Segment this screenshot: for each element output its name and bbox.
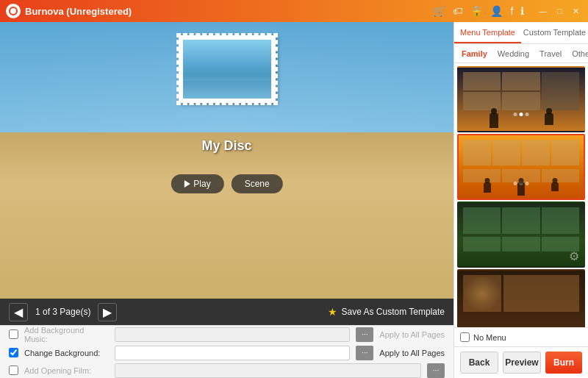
- tab-custom-template[interactable]: Custom Template: [521, 22, 588, 43]
- right-panel: Menu Template Custom Template Family Wed…: [453, 22, 588, 378]
- opening-film-checkbox[interactable]: [9, 365, 18, 375]
- opening-film-row: Add Opening Film: ···: [9, 363, 445, 378]
- titlebar: Burnova (Unregistered) 🛒 🏷 🔒 👤 f ℹ — □ ✕: [0, 0, 588, 22]
- change-bg-label: Change Background:: [24, 349, 109, 357]
- maximize-button[interactable]: □: [554, 5, 565, 17]
- title-icons: 🛒 🏷 🔒 👤 f ℹ: [433, 5, 524, 17]
- opening-film-input[interactable]: [115, 363, 421, 378]
- person-icon[interactable]: 👤: [490, 5, 503, 17]
- stamp-photo: [179, 35, 276, 103]
- scene-button[interactable]: Scene: [232, 174, 283, 193]
- play-button[interactable]: Play: [171, 174, 223, 193]
- template-tabs: Menu Template Custom Template: [454, 22, 588, 44]
- back-button[interactable]: Back: [460, 352, 498, 374]
- cat-tab-others[interactable]: Others: [567, 48, 588, 60]
- no-menu-label: No Menu: [473, 333, 506, 342]
- bg-music-browse-button[interactable]: ···: [356, 327, 373, 342]
- template-item-1[interactable]: [457, 66, 585, 132]
- nav-bar: ◀ 1 of 3 Page(s) ▶ ★ Save As Custom Temp…: [0, 299, 453, 325]
- change-bg-browse-button[interactable]: ···: [356, 346, 373, 360]
- bg-music-label: Add Background Music:: [24, 326, 109, 343]
- opening-film-browse-button[interactable]: ···: [427, 363, 445, 378]
- basket-decoration: [36, 142, 124, 215]
- facebook-icon[interactable]: f: [510, 5, 513, 17]
- cat-tab-family[interactable]: Family: [457, 48, 492, 60]
- no-menu-area: No Menu: [454, 327, 588, 346]
- change-bg-input[interactable]: F:/Chrome/pexels-leeloo-thefirst-8908606…: [115, 346, 350, 360]
- cart-icon[interactable]: 🛒: [433, 5, 445, 17]
- no-menu-checkbox[interactable]: [460, 332, 470, 342]
- disc-buttons: Play Scene: [171, 174, 282, 193]
- page-info: 1 of 3 Page(s): [35, 307, 90, 317]
- tab-menu-template[interactable]: Menu Template: [454, 22, 521, 43]
- preview-area: My Disc Play Scene ◀ 1 of 3 Page(s) ▶: [0, 22, 453, 378]
- save-template-button[interactable]: ★ Save As Custom Template: [328, 306, 445, 318]
- template-item-4[interactable]: [457, 269, 585, 327]
- minimize-button[interactable]: —: [536, 5, 550, 17]
- lock-icon[interactable]: 🔒: [470, 5, 483, 17]
- bg-music-row: Add Background Music: ··· Apply to All P…: [9, 327, 445, 343]
- app-title: Burnova (Unregistered): [25, 6, 433, 17]
- disc-title: My Disc: [201, 138, 251, 154]
- bottom-controls: Add Background Music: ··· Apply to All P…: [0, 325, 453, 378]
- tag-icon[interactable]: 🏷: [453, 5, 463, 17]
- opening-film-label: Add Opening Film:: [24, 366, 109, 375]
- template-item-2[interactable]: [457, 134, 585, 200]
- star-icon: ★: [328, 306, 337, 318]
- app-logo: [6, 4, 21, 18]
- info-icon[interactable]: ℹ: [520, 5, 524, 17]
- main-layout: My Disc Play Scene ◀ 1 of 3 Page(s) ▶: [0, 22, 588, 378]
- change-bg-checkbox[interactable]: [9, 348, 18, 357]
- action-buttons: Back Preview Burn: [454, 346, 588, 378]
- preview-button[interactable]: Preview: [503, 352, 541, 374]
- canvas: My Disc Play Scene: [0, 22, 453, 299]
- window-controls: — □ ✕: [536, 5, 582, 18]
- bg-music-input[interactable]: [115, 327, 350, 342]
- change-bg-row: Change Background: F:/Chrome/pexels-leel…: [9, 346, 445, 360]
- prev-page-button[interactable]: ◀: [9, 303, 28, 321]
- cat-tab-wedding[interactable]: Wedding: [493, 48, 534, 60]
- bg-music-apply-label[interactable]: Apply to All Pages: [379, 330, 445, 339]
- category-tabs: Family Wedding Travel Others ▶: [454, 44, 588, 63]
- play-triangle-icon: [184, 180, 190, 188]
- next-page-button[interactable]: ▶: [98, 303, 117, 321]
- background-image: My Disc Play Scene: [0, 22, 453, 299]
- template-item-3[interactable]: ⚙: [457, 202, 585, 268]
- cat-tab-travel[interactable]: Travel: [535, 48, 566, 60]
- template-list: ⚙: [454, 63, 588, 327]
- burn-button[interactable]: Burn: [545, 352, 582, 374]
- bg-music-checkbox[interactable]: [9, 329, 18, 339]
- close-button[interactable]: ✕: [570, 5, 582, 18]
- change-bg-apply-label[interactable]: Apply to All Pages: [379, 349, 445, 357]
